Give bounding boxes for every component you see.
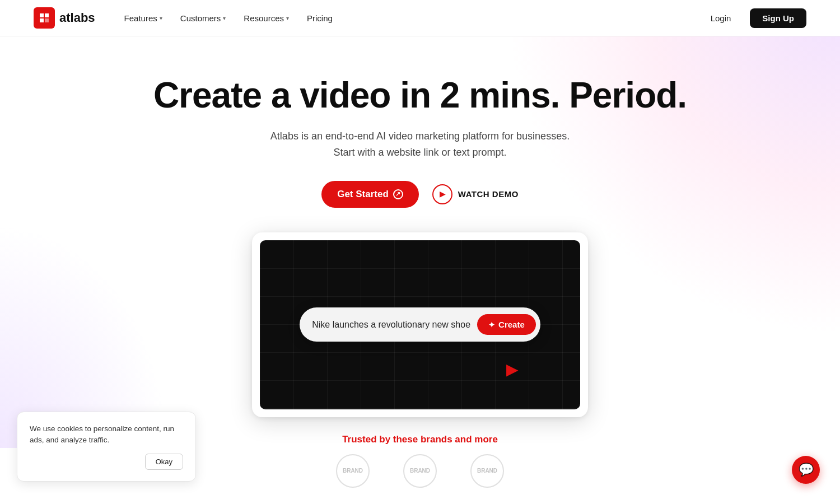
nav-resources[interactable]: Resources ▾ <box>237 10 296 26</box>
prompt-text: Nike launches a revolutionary new shoe <box>312 320 470 330</box>
nav-pricing[interactable]: Pricing <box>300 10 339 26</box>
svg-rect-0 <box>40 13 44 17</box>
nav-right: Login Sign Up <box>701 8 806 28</box>
logo-icon <box>34 7 55 29</box>
chevron-down-icon: ▾ <box>160 15 162 21</box>
cursor-icon: ▶ <box>506 360 519 379</box>
sparkle-icon: ✦ <box>488 320 495 329</box>
get-started-button[interactable]: Get Started ↗ <box>321 181 419 208</box>
brand-logo-2: BRAND <box>403 454 437 488</box>
chat-icon: 💬 <box>799 463 814 477</box>
login-button[interactable]: Login <box>701 9 741 27</box>
trusted-section: Trusted by these brands and more BRAND B… <box>336 434 504 488</box>
video-card[interactable]: Nike launches a revolutionary new shoe ✦… <box>252 232 588 417</box>
svg-rect-2 <box>40 18 44 22</box>
create-button[interactable]: ✦ Create <box>477 314 536 335</box>
brand-logo-3: BRAND <box>470 454 504 488</box>
cookie-okay-button[interactable]: Okay <box>145 454 183 470</box>
trusted-label: Trusted by these brands and more <box>336 434 504 445</box>
video-prompt-bar: Nike launches a revolutionary new shoe ✦… <box>300 307 540 342</box>
arrow-up-right-icon: ↗ <box>393 189 403 199</box>
svg-rect-1 <box>45 13 49 17</box>
chevron-down-icon: ▾ <box>286 15 289 21</box>
navbar: atlabs Features ▾ Customers ▾ Resources … <box>0 0 840 36</box>
nav-links: Features ▾ Customers ▾ Resources ▾ Prici… <box>118 10 339 26</box>
nav-features[interactable]: Features ▾ <box>118 10 169 26</box>
brands-row: BRAND BRAND BRAND <box>336 454 504 488</box>
brand-logo-1: BRAND <box>336 454 370 488</box>
svg-rect-3 <box>45 18 49 22</box>
watch-demo-button[interactable]: ▶ WATCH DEMO <box>432 184 519 204</box>
chat-widget-button[interactable]: 💬 <box>792 456 820 484</box>
video-inner: Nike launches a revolutionary new shoe ✦… <box>260 240 580 409</box>
logo[interactable]: atlabs <box>34 7 95 29</box>
hero-subtitle: Atlabs is an end-to-end AI video marketi… <box>270 128 570 161</box>
cta-row: Get Started ↗ ▶ WATCH DEMO <box>321 181 519 208</box>
play-icon: ▶ <box>432 184 452 204</box>
chevron-down-icon: ▾ <box>223 15 226 21</box>
logo-text: atlabs <box>59 11 95 25</box>
nav-customers[interactable]: Customers ▾ <box>174 10 233 26</box>
cookie-text: We use cookies to personalize content, r… <box>30 423 183 446</box>
signup-button[interactable]: Sign Up <box>750 8 806 28</box>
hero-title: Create a video in 2 mins. Period. <box>153 76 687 115</box>
cookie-banner: We use cookies to personalize content, r… <box>17 412 196 482</box>
nav-left: atlabs Features ▾ Customers ▾ Resources … <box>34 7 339 29</box>
